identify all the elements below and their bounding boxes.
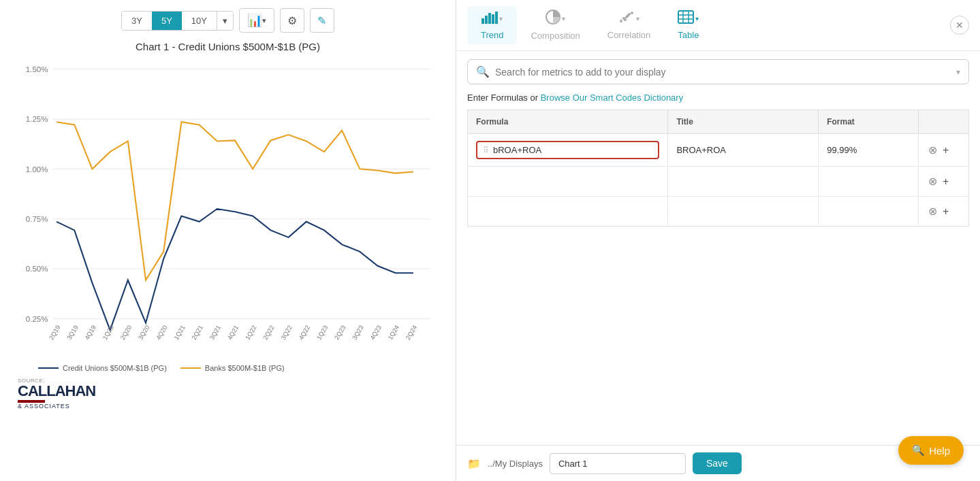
formula-row-1: ⠿ bROA+ROA BROA+ROA 99.99% ⊗ + bbox=[468, 134, 969, 167]
tab-trend[interactable]: ▾ Trend bbox=[467, 6, 517, 44]
title-cell-3 bbox=[668, 197, 819, 227]
associates-text: & ASSOCIATES bbox=[18, 403, 445, 410]
svg-text:2Q24: 2Q24 bbox=[404, 324, 418, 341]
svg-text:1.50%: 1.50% bbox=[26, 65, 48, 73]
tab-correlation-label: Correlation bbox=[607, 30, 651, 40]
col-title: Title bbox=[668, 110, 819, 134]
metrics-icon: 📊 bbox=[247, 13, 262, 28]
col-formula: Formula bbox=[468, 110, 668, 134]
folder-icon: 📁 bbox=[467, 457, 481, 470]
search-bar[interactable]: 🔍 ▾ bbox=[467, 59, 969, 84]
tab-table[interactable]: ▾ Table bbox=[664, 6, 712, 44]
settings-btn[interactable]: ⚙ bbox=[280, 8, 304, 33]
remove-row-2-btn[interactable]: ⊗ bbox=[927, 173, 938, 189]
svg-text:3Q19: 3Q19 bbox=[65, 324, 80, 341]
svg-text:3Q23: 3Q23 bbox=[351, 324, 365, 341]
time-btn-10y[interactable]: 10Y bbox=[182, 12, 217, 30]
composition-dropdown-arrow: ▾ bbox=[562, 15, 565, 22]
svg-rect-36 bbox=[492, 14, 494, 24]
tab-composition[interactable]: ▾ Composition bbox=[517, 5, 593, 45]
svg-text:1Q24: 1Q24 bbox=[386, 324, 400, 341]
svg-text:4Q22: 4Q22 bbox=[297, 324, 311, 341]
svg-text:4Q21: 4Q21 bbox=[225, 324, 240, 341]
svg-text:0.50%: 0.50% bbox=[26, 265, 48, 273]
svg-text:0.25%: 0.25% bbox=[26, 315, 48, 323]
correlation-icon bbox=[618, 10, 635, 27]
formula-input-active[interactable]: ⠿ bROA+ROA bbox=[476, 141, 659, 159]
legend-item-banks: Banks $500M-$1B (PG) bbox=[180, 364, 285, 372]
svg-text:2Q20: 2Q20 bbox=[118, 324, 133, 341]
table-dropdown-arrow: ▾ bbox=[695, 15, 699, 22]
formula-header: Enter Formulas or Browse Our Smart Codes… bbox=[467, 93, 969, 103]
actions-cell-1: ⊗ + bbox=[919, 134, 969, 167]
formula-cell-2[interactable] bbox=[468, 167, 668, 197]
path-label: ../My Displays bbox=[488, 459, 543, 469]
trend-dropdown-arrow: ▾ bbox=[499, 15, 503, 22]
formula-cell-3[interactable] bbox=[468, 197, 668, 227]
svg-text:1Q20: 1Q20 bbox=[101, 324, 115, 341]
left-panel: 3Y 5Y 10Y ▾ 📊 ▾ ⚙ ✎ Chart 1 - Credit Uni… bbox=[0, 0, 456, 481]
tab-composition-label: Composition bbox=[531, 31, 580, 41]
format-cell-3 bbox=[819, 197, 919, 227]
svg-point-44 bbox=[624, 18, 627, 21]
chart-controls: 3Y 5Y 10Y ▾ 📊 ▾ ⚙ ✎ bbox=[11, 8, 445, 33]
svg-text:4Q19: 4Q19 bbox=[83, 324, 97, 341]
time-btn-5y[interactable]: 5Y bbox=[152, 12, 182, 30]
legend-line-banks bbox=[180, 367, 201, 369]
tab-correlation[interactable]: ▾ Correlation bbox=[594, 6, 665, 44]
search-input[interactable] bbox=[495, 67, 956, 78]
remove-row-3-btn[interactable]: ⊗ bbox=[927, 203, 938, 219]
chart-svg: 1.50% 1.25% 1.00% 0.75% 0.50% 0.25% 2Q19… bbox=[11, 59, 445, 359]
chart-area: 1.50% 1.25% 1.00% 0.75% 0.50% 0.25% 2Q19… bbox=[11, 59, 445, 359]
format-cell-2 bbox=[819, 167, 919, 197]
save-button[interactable]: Save bbox=[693, 452, 742, 474]
svg-text:3Q22: 3Q22 bbox=[279, 324, 294, 341]
add-row-3-btn[interactable]: + bbox=[941, 204, 950, 219]
svg-text:1.00%: 1.00% bbox=[26, 165, 48, 173]
formula-text-1: bROA+ROA bbox=[493, 145, 541, 155]
search-dropdown-arrow[interactable]: ▾ bbox=[956, 67, 960, 77]
svg-text:2Q19: 2Q19 bbox=[48, 324, 62, 341]
svg-text:0.75%: 0.75% bbox=[26, 215, 48, 223]
formula-section: Enter Formulas or Browse Our Smart Codes… bbox=[456, 93, 980, 445]
legend-line-cu bbox=[38, 367, 59, 369]
svg-text:1Q21: 1Q21 bbox=[172, 324, 187, 341]
remove-row-1-btn[interactable]: ⊗ bbox=[927, 142, 938, 158]
actions-cell-2: ⊗ + bbox=[919, 167, 969, 197]
actions-cell-3: ⊗ + bbox=[919, 197, 969, 227]
chart-legend: Credit Unions $500M-$1B (PG) Banks $500M… bbox=[11, 364, 445, 372]
svg-text:2Q21: 2Q21 bbox=[190, 324, 204, 341]
formula-table: Formula Title Format ⠿ bROA+ROA BROA+ROA bbox=[467, 110, 969, 227]
svg-rect-34 bbox=[485, 16, 488, 24]
help-label: Help bbox=[929, 445, 950, 457]
help-button[interactable]: 🔍 Help bbox=[898, 436, 964, 465]
tab-table-label: Table bbox=[678, 30, 699, 40]
right-panel: ▾ Trend ▾ Composition bbox=[456, 0, 980, 481]
composition-icon bbox=[546, 10, 560, 28]
add-row-2-btn[interactable]: + bbox=[941, 174, 950, 189]
add-row-1-btn[interactable]: + bbox=[941, 143, 950, 158]
title-cell-1: BROA+ROA bbox=[668, 134, 819, 167]
svg-rect-33 bbox=[481, 18, 484, 24]
formula-cell-1: ⠿ bROA+ROA bbox=[468, 134, 668, 167]
gear-icon: ⚙ bbox=[287, 14, 297, 27]
time-btn-3y[interactable]: 3Y bbox=[122, 12, 152, 30]
drag-handle-icon: ⠿ bbox=[483, 146, 489, 155]
svg-text:2Q23: 2Q23 bbox=[333, 324, 347, 341]
source-logo: SOURCE: CALLAHAN & ASSOCIATES bbox=[11, 378, 445, 410]
smart-codes-link[interactable]: Browse Our Smart Codes Dictionary bbox=[541, 93, 684, 103]
svg-text:3Q20: 3Q20 bbox=[136, 324, 151, 341]
close-btn[interactable]: ✕ bbox=[950, 16, 969, 35]
formula-row-2: ⊗ + bbox=[468, 167, 969, 197]
legend-item-cu: Credit Unions $500M-$1B (PG) bbox=[38, 364, 167, 372]
chart-title: Chart 1 - Credit Unions $500M-$1B (PG) bbox=[11, 41, 445, 52]
export-btn[interactable]: ✎ bbox=[310, 8, 334, 33]
metrics-btn[interactable]: 📊 ▾ bbox=[239, 8, 274, 33]
svg-text:1.25%: 1.25% bbox=[26, 115, 48, 123]
time-dropdown-btn[interactable]: ▾ bbox=[217, 12, 233, 30]
svg-text:4Q20: 4Q20 bbox=[155, 324, 169, 341]
search-icon: 🔍 bbox=[476, 65, 490, 78]
chart-name-input[interactable] bbox=[550, 453, 686, 474]
callahan-text: CALLAHAN bbox=[18, 384, 445, 399]
title-cell-2 bbox=[668, 167, 819, 197]
